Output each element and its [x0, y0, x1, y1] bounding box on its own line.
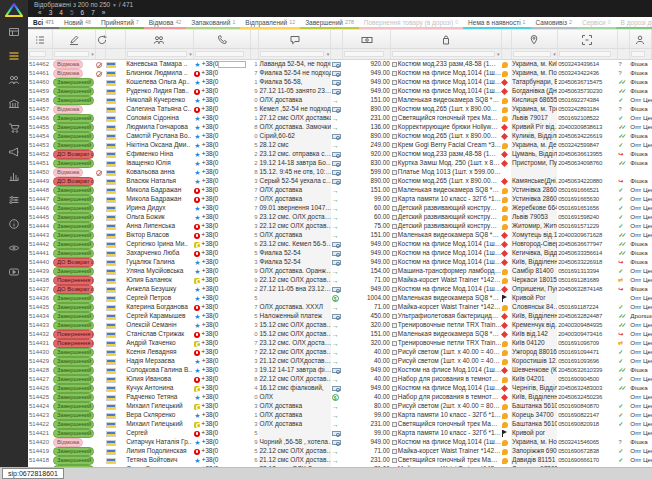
column-filter[interactable]: ▾	[125, 49, 193, 60]
order-row[interactable]: 514454ЗавершенийСамотій Руслана Во..★+38…	[28, 132, 652, 141]
order-row[interactable]: 514418ЗавершенийТетяна Войтович★+38(0621…	[28, 456, 652, 465]
pager-page-4[interactable]: 4	[59, 9, 63, 16]
tracking-number[interactable]: 20450633356614	[557, 249, 617, 258]
column-filter[interactable]	[28, 49, 52, 60]
customer-phone[interactable]: +38(0	[193, 429, 250, 438]
column-header-tracking[interactable]	[557, 30, 617, 49]
customer-phone[interactable]: ★+38(0	[193, 393, 250, 402]
order-row[interactable]: 514446ЗавершенийИрина Дидух★+38(0709.01 …	[28, 204, 652, 213]
order-row[interactable]: 514423ЗавершенийВера Скляренко★+38(01ОЛХ…	[28, 411, 652, 420]
customer-phone[interactable]: ★+38(0	[193, 456, 250, 465]
filter-caret-icon[interactable]: ▾	[91, 51, 94, 57]
order-row[interactable]: 514440ДО Возврат ск.Гуцалюк Галина★+38(0…	[28, 258, 652, 267]
customer-phone[interactable]: ★+38(0	[193, 258, 250, 267]
tracking-number[interactable]: 0503243422436	[557, 69, 617, 78]
column-header[interactable]	[250, 30, 258, 49]
column-header-phone[interactable]	[193, 30, 250, 49]
column-filter[interactable]	[617, 49, 629, 60]
tracking-number[interactable]: 0501691093696	[557, 357, 617, 366]
pager-page-6[interactable]: 6	[81, 9, 85, 16]
tracking-number[interactable]: 20450634220880	[557, 177, 617, 186]
tab-новий[interactable]: Новий48	[59, 17, 96, 29]
customer-phone[interactable]: +38(0	[193, 375, 250, 384]
pager-page-3[interactable]: 3	[49, 9, 53, 16]
tracking-number[interactable]: 20450636613955	[557, 150, 617, 159]
tab-all[interactable]: Всі471	[28, 17, 59, 29]
customer-phone[interactable]: ★+38(0	[193, 213, 250, 222]
tab-відправлений[interactable]: Відправлений12	[240, 17, 300, 29]
customer-phone[interactable]: ★+38(0	[193, 438, 250, 447]
order-row[interactable]: 514445ЗавершенийОльга Божик★+38(0923.12 …	[28, 213, 652, 222]
filter-caret-icon[interactable]: ▾	[497, 51, 500, 57]
order-row[interactable]: 514437ДО Возврат ск.Анжела Безушку★+38(0…	[28, 285, 652, 294]
customer-phone[interactable]: +38(0	[193, 231, 250, 240]
order-row[interactable]: 514427ЗавершенийЮлия Иванова+38(0822.12 …	[28, 375, 652, 384]
tracking-number[interactable]: 20450636715475	[557, 78, 617, 87]
customer-phone[interactable]: ★+38(0	[193, 78, 250, 87]
sidebar-item-video[interactable]	[0, 260, 28, 284]
tracking-number[interactable]: 20450636677947	[557, 240, 617, 249]
tracking-number[interactable]: 0501691096709	[557, 339, 617, 348]
order-row[interactable]: 514439ЗавершенийУляна Мусійовська★+38(09…	[28, 267, 652, 276]
customer-phone[interactable]: ★+38(0	[193, 141, 250, 150]
column-header[interactable]	[501, 30, 511, 49]
tracking-number[interactable]: 20450632824487	[557, 312, 617, 321]
order-row[interactable]: 514461ВідмоваБлизнюк Людмила ..+38(07Фиа…	[28, 69, 652, 78]
pager-last-button[interactable]: »	[102, 9, 106, 16]
column-header-customers[interactable]	[125, 30, 193, 49]
column-filter[interactable]: ▾	[52, 49, 95, 60]
filter-caret-icon[interactable]: ▾	[553, 51, 556, 57]
order-row[interactable]: 514422ЗавершенийМихаил Гилецький+38(03ОЛ…	[28, 420, 652, 429]
tab-прийнятий[interactable]: Прийнятий7	[96, 17, 144, 29]
tracking-number[interactable]: 0501691571229	[557, 222, 617, 231]
order-row[interactable]: 514443ЗавершенийВіктор Власов+38(05ОЛХ д…	[28, 231, 652, 240]
tracking-number[interactable]: 0501691313394	[557, 267, 617, 276]
customer-phone[interactable]: +38(0	[193, 339, 250, 348]
order-row[interactable]: 514449ДО Возврат ск.Власюк Наталья★+38(0…	[28, 177, 652, 186]
tab-відмова[interactable]: Відмова42	[144, 17, 187, 29]
column-header[interactable]	[617, 30, 629, 49]
order-row[interactable]: 514456ЗавершенийСоломія Сідоніна★+38(012…	[28, 114, 652, 123]
tracking-number[interactable]: 0501690840870	[557, 402, 617, 411]
order-row[interactable]: 514442ЗавершенийСергієнко Ірина Ми..+38(…	[28, 240, 652, 249]
tracking-number[interactable]: 0501690820918	[557, 420, 617, 429]
customer-phone[interactable]: ★+38(0	[193, 366, 250, 375]
customer-phone[interactable]: ★+38(0	[193, 294, 250, 303]
order-row[interactable]: 514420ВідмоваСитарчук Наталія Гр..★+38(0…	[28, 438, 652, 447]
order-row[interactable]: 514424ЗавершенийМихаил Гилецький+38(03ОЛ…	[28, 402, 652, 411]
tracking-number[interactable]	[557, 168, 617, 177]
customer-phone[interactable]: +38(0	[193, 105, 250, 114]
sidebar-item-cart[interactable]	[0, 116, 28, 140]
column-filter[interactable]: ▾	[391, 49, 501, 60]
customer-phone[interactable]: ★+38(0	[193, 267, 250, 276]
pager-first-button[interactable]: «	[38, 9, 42, 16]
customer-phone[interactable]: ★+38(0	[193, 168, 250, 177]
column-header-product[interactable]	[391, 30, 501, 49]
customer-phone[interactable]: ★+38(0	[193, 60, 250, 70]
page-size-caret-icon[interactable]: ▼	[112, 2, 117, 8]
tab-повернення-товару-в-дорозі-[interactable]: Повернення товару (в дорозі)0	[359, 17, 463, 29]
order-row[interactable]: 514447ЗавершенийМикола Бадражан+38(07ОЛХ…	[28, 195, 652, 204]
column-header-status-edit[interactable]	[52, 30, 95, 49]
tracking-number[interactable]	[557, 294, 617, 303]
tracking-number[interactable]: 0501690672838	[557, 447, 617, 456]
tab-завершений[interactable]: Завершений278	[300, 17, 359, 29]
customer-phone[interactable]: ★+38(0	[193, 204, 250, 213]
tracking-number[interactable]: 20400309484935	[557, 321, 617, 330]
customer-phone[interactable]: ★+38(0	[193, 114, 250, 123]
order-row[interactable]: 514431Повернення (з..Андрій Ткаченко+38(…	[28, 339, 652, 348]
tracking-number[interactable]: 20450634226619	[557, 132, 617, 141]
app-logo[interactable]	[0, 0, 28, 20]
sidebar-item-info[interactable]	[0, 212, 28, 236]
column-filter[interactable]: ▾	[259, 49, 331, 60]
column-header[interactable]	[105, 30, 125, 49]
order-row[interactable]: 514425ЗавершенийРадченко Тетяна★+38(00ОЛ…	[28, 393, 652, 402]
column-header[interactable]	[331, 30, 343, 49]
order-row[interactable]: 514441ЗавершенийЗахарченко Люба+38(05Фиа…	[28, 249, 652, 258]
customer-phone[interactable]: ★+38(0	[193, 123, 250, 132]
customer-phone[interactable]: ★+38(0	[193, 321, 250, 330]
sip-phone-indicator[interactable]: sip:0672818601	[2, 468, 64, 479]
column-header-manager[interactable]	[629, 30, 651, 49]
order-row[interactable]: 514452ДО Возврат ск.Єфименко Ніна★+38(02…	[28, 150, 652, 159]
column-filter[interactable]	[501, 49, 511, 60]
